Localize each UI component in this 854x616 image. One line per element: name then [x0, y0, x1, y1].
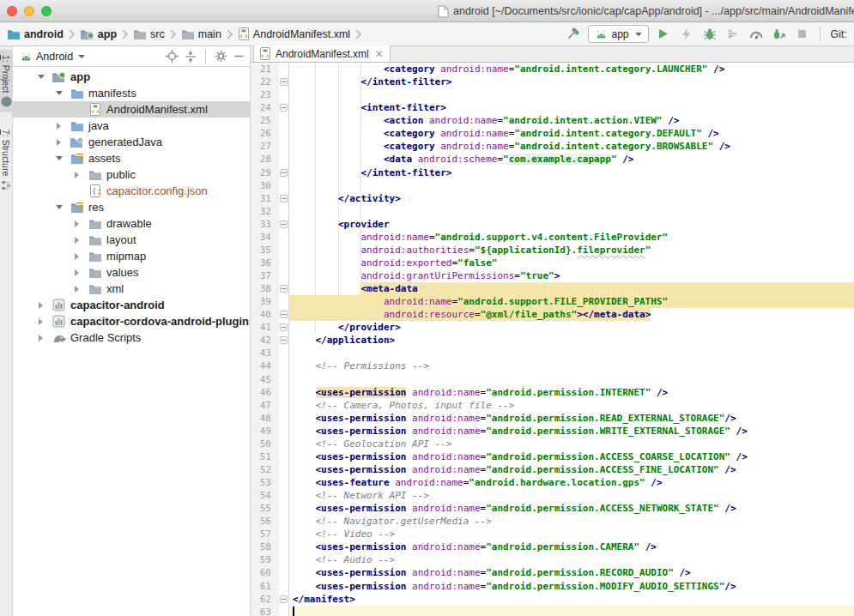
breadcrumb-item-app[interactable]: app: [80, 28, 117, 40]
expand-arrow-icon[interactable]: [66, 220, 88, 227]
git-branch-widget[interactable]: Git:: [829, 28, 847, 40]
settings-icon[interactable]: [215, 50, 227, 63]
stop-button[interactable]: [794, 26, 811, 43]
attach-debugger-button[interactable]: [771, 26, 788, 43]
breadcrumb-item-androidmanifest-xml[interactable]: AndroidManifest.xml: [238, 27, 350, 40]
close-tab-icon[interactable]: ✕: [373, 49, 384, 59]
tree-item-public[interactable]: public: [13, 166, 250, 183]
tree-item-xml[interactable]: xml: [13, 281, 250, 297]
code-line-50[interactable]: <!-- Geolocation API -->: [289, 438, 854, 450]
fold-marker-line-33[interactable]: [280, 220, 288, 228]
expand-arrow-icon[interactable]: [30, 302, 51, 309]
expand-arrow-icon[interactable]: [66, 172, 88, 178]
expand-arrow-icon[interactable]: [30, 335, 51, 341]
fold-marker-line-42[interactable]: [280, 336, 288, 344]
code-line-55[interactable]: <uses-permission android:name="android.p…: [289, 502, 854, 515]
expand-arrow-icon[interactable]: [30, 318, 51, 325]
tool-window-button-structure[interactable]: 7: Structure: [0, 124, 12, 195]
breadcrumb-item-src[interactable]: src: [133, 28, 165, 40]
code-line-53[interactable]: <uses-feature android:name="android.hard…: [289, 476, 854, 489]
expand-arrow-icon[interactable]: [66, 253, 88, 260]
code-line-57[interactable]: <!-- Video -->: [289, 528, 854, 541]
code-line-46[interactable]: <uses-permission android:name="android.p…: [289, 386, 854, 399]
expand-arrow-icon[interactable]: [48, 123, 70, 130]
tree-item-androidmanifest-xml[interactable]: AndroidManifest.xml: [13, 101, 250, 118]
breadcrumb-item-main[interactable]: main: [181, 28, 221, 40]
code-line-47[interactable]: <!-- Camera, Photos, input file -->: [289, 399, 854, 412]
code-line-25[interactable]: <action android:name="android.intent.act…: [289, 114, 854, 127]
build-hammer-button[interactable]: [565, 26, 582, 43]
fold-marker-line-62[interactable]: [280, 595, 288, 603]
tree-item-java[interactable]: java: [13, 118, 250, 134]
code-line-37[interactable]: android:grantUriPermissions="true">: [289, 269, 854, 282]
code-line-24[interactable]: <intent-filter>: [289, 101, 854, 114]
code-line-32[interactable]: [289, 205, 854, 218]
code-line-29[interactable]: </intent-filter>: [289, 166, 854, 179]
expand-arrow-icon[interactable]: [48, 139, 70, 146]
code-line-48[interactable]: <uses-permission android:name="android.p…: [289, 412, 854, 425]
fold-marker-line-40[interactable]: [280, 311, 288, 318]
tree-item-gradle-scripts[interactable]: Gradle Scripts: [13, 329, 250, 346]
code-line-44[interactable]: <!-- Permissions -->: [289, 359, 854, 372]
fold-marker-line-31[interactable]: [280, 195, 288, 202]
fold-marker-line-24[interactable]: [280, 104, 288, 112]
code-line-21[interactable]: <category android:name="android.intent.c…: [289, 63, 854, 75]
code-editor[interactable]: 2122232425262728293031323334353637383940…: [251, 63, 854, 616]
code-line-35[interactable]: android:authorities="${applicationId}.fi…: [289, 244, 854, 257]
tree-item-mipmap[interactable]: mipmap: [13, 248, 250, 264]
tree-item-drawable[interactable]: drawable: [13, 215, 250, 232]
tree-item-values[interactable]: values: [13, 264, 250, 281]
code-pane[interactable]: <category android:name="android.intent.c…: [289, 63, 854, 616]
code-line-59[interactable]: <!-- Audio -->: [289, 553, 854, 566]
tool-window-button-project[interactable]: 1: Project: [0, 50, 13, 112]
tree-item-layout[interactable]: layout: [13, 232, 250, 248]
code-line-42[interactable]: </application>: [289, 334, 854, 347]
tree-item-manifests[interactable]: manifests: [13, 85, 250, 101]
tree-item-app[interactable]: app: [13, 69, 250, 85]
code-line-36[interactable]: android:exported="false": [289, 257, 854, 269]
project-tree[interactable]: appmanifestsAndroidManifest.xmljavagener…: [13, 67, 250, 616]
collapse-arrow-icon[interactable]: [48, 91, 70, 95]
code-line-58[interactable]: <uses-permission android:name="android.p…: [289, 541, 854, 553]
code-line-31[interactable]: </activity>: [289, 192, 854, 205]
code-line-23[interactable]: [289, 88, 854, 101]
expand-arrow-icon[interactable]: [66, 286, 88, 293]
fold-marker-line-38[interactable]: [280, 285, 288, 293]
run-button[interactable]: [655, 26, 672, 43]
tree-item-capacitor-android[interactable]: capacitor-android: [13, 297, 250, 313]
code-line-45[interactable]: [289, 373, 854, 386]
code-line-26[interactable]: <category android:name="android.intent.c…: [289, 127, 854, 140]
tree-item-generatedjava[interactable]: generatedJava: [13, 134, 250, 150]
tree-item-capacitor-config-json[interactable]: {;capacitor.config.json: [13, 183, 250, 199]
code-line-30[interactable]: [289, 179, 854, 192]
code-line-28[interactable]: <data android:scheme="com.example.capapp…: [289, 153, 854, 166]
code-line-56[interactable]: <!-- Navigator.getUserMedia -->: [289, 515, 854, 528]
minimize-window-button[interactable]: [24, 6, 34, 16]
fold-marker-line-29[interactable]: [280, 169, 288, 177]
collapse-arrow-icon[interactable]: [30, 75, 51, 79]
expand-arrow-icon[interactable]: [66, 269, 88, 276]
apply-changes-button[interactable]: [678, 26, 695, 43]
code-line-62[interactable]: </manifest>: [289, 593, 854, 606]
collapse-all-icon[interactable]: [185, 51, 197, 63]
code-line-51[interactable]: <uses-permission android:name="android.p…: [289, 450, 854, 463]
debug-button[interactable]: [701, 26, 718, 43]
code-line-33[interactable]: <provider: [289, 218, 854, 231]
code-line-22[interactable]: </intent-filter>: [289, 75, 854, 88]
code-line-41[interactable]: </provider>: [289, 321, 854, 334]
hide-icon[interactable]: [233, 51, 245, 62]
code-line-49[interactable]: <uses-permission android:name="android.p…: [289, 425, 854, 438]
tab-androidmanifest[interactable]: AndroidManifest.xml ✕: [253, 45, 391, 62]
tree-item-res[interactable]: res: [13, 199, 250, 215]
code-line-52[interactable]: <uses-permission android:name="android.p…: [289, 463, 854, 476]
code-line-61[interactable]: <uses-permission android:name="android.p…: [289, 580, 854, 593]
code-line-38[interactable]: <meta-data: [289, 282, 854, 295]
collapse-arrow-icon[interactable]: [48, 156, 70, 160]
code-line-54[interactable]: <!-- Network API -->: [289, 489, 854, 502]
zoom-window-button[interactable]: [41, 6, 51, 16]
breadcrumb-item-android[interactable]: android: [7, 28, 64, 40]
close-window-button[interactable]: [7, 6, 17, 16]
code-line-40[interactable]: android:resource="@xml/file_paths"></met…: [289, 308, 854, 321]
expand-arrow-icon[interactable]: [66, 237, 88, 244]
locate-icon[interactable]: [166, 50, 179, 63]
